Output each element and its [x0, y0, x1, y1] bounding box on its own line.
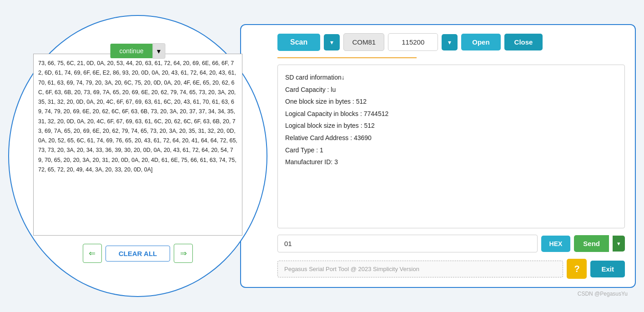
status-bar: Pegasus Serial Port Tool @ 2023 Simplici… [277, 261, 563, 277]
continue-button-wrap: continue ▾ [111, 43, 166, 59]
output-line-1: SD card information↓ [285, 71, 617, 84]
scroll-right-icon: ⇒ [180, 248, 187, 258]
output-line-6: Relative Card Address : 43690 [285, 132, 617, 144]
bottom-controls: ⇐ CLEAR ALL ⇒ [83, 244, 193, 263]
output-line-2: Card Capacity : lu [285, 84, 617, 96]
clear-all-button[interactable]: CLEAR ALL [106, 246, 170, 262]
footer-row: Pegasus Serial Port Tool @ 2023 Simplici… [277, 259, 625, 279]
hex-button[interactable]: HEX [541, 236, 571, 252]
com-port-display: COM81 [343, 33, 384, 51]
exit-button[interactable]: Exit [590, 261, 625, 277]
divider [277, 57, 625, 58]
scroll-left-button[interactable]: ⇐ [83, 244, 102, 263]
help-button[interactable]: ? [567, 259, 587, 279]
scan-button[interactable]: Scan [277, 34, 320, 51]
send-button[interactable]: Send [574, 235, 609, 252]
main-container: continue ▾ 73, 66, 75, 6C, 21, 0D, 0A, 2… [8, 10, 636, 302]
scroll-left-icon: ⇐ [89, 248, 96, 258]
output-line-4: Logical Capacity in blocks : 7744512 [285, 108, 617, 120]
serial-output: SD card information↓ Card Capacity : lu … [277, 65, 625, 228]
hex-display: 73, 66, 75, 6C, 21, 0D, 0A, 20, 53, 44, … [33, 54, 242, 236]
left-circle-panel: continue ▾ 73, 66, 75, 6C, 21, 0D, 0A, 2… [8, 15, 267, 297]
continue-dropdown[interactable]: ▾ [152, 43, 165, 59]
watermark: CSDN @PegasusYu [578, 291, 628, 297]
output-line-7: Card Type : 1 [285, 144, 617, 156]
close-button[interactable]: Close [504, 34, 543, 50]
output-line-8: Manufacturer ID: 3 [285, 156, 617, 168]
scroll-right-button[interactable]: ⇒ [174, 244, 193, 263]
right-panel: Scan ▾ COM81 115200 ▾ Open Close SD card… [240, 24, 636, 288]
serial-input[interactable] [277, 235, 538, 252]
input-row: HEX Send ▾ [277, 235, 625, 252]
help-icon: ? [574, 264, 579, 274]
output-line-5: Logical block size in bytes : 512 [285, 120, 617, 132]
open-button[interactable]: Open [461, 34, 500, 50]
send-dropdown-icon: ▾ [617, 240, 620, 247]
scan-dropdown-button[interactable]: ▾ [324, 34, 340, 50]
continue-button[interactable]: continue [111, 44, 153, 58]
baud-dropdown-icon: ▾ [448, 39, 451, 46]
send-dropdown-button[interactable]: ▾ [613, 236, 625, 252]
baud-dropdown-button[interactable]: ▾ [442, 34, 458, 50]
scan-dropdown-icon: ▾ [330, 39, 333, 46]
baud-rate-display: 115200 [388, 33, 438, 51]
output-line-3: One block size in bytes : 512 [285, 96, 617, 108]
top-toolbar: Scan ▾ COM81 115200 ▾ Open Close [277, 33, 625, 51]
